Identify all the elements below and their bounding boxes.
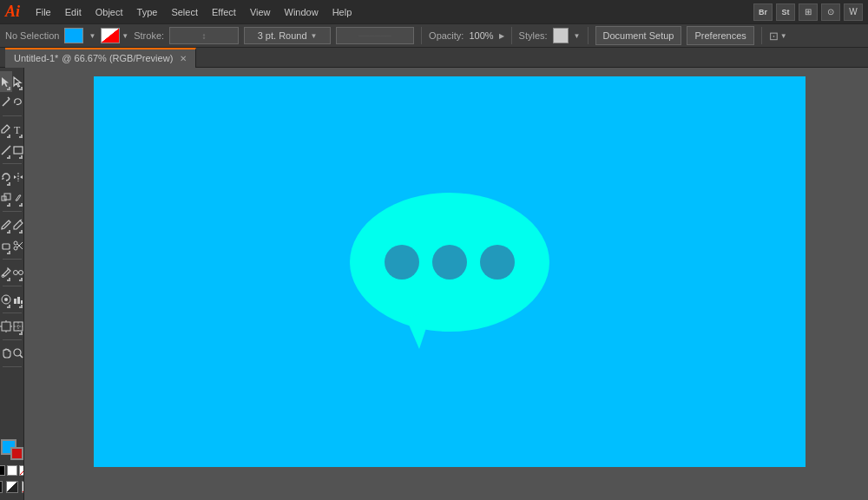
blend-tool[interactable] [12, 262, 24, 283]
line-tool[interactable] [0, 140, 12, 161]
menu-view[interactable]: View [243, 4, 278, 20]
wand-lasso-row [0, 92, 23, 113]
stroke-weight-arrow[interactable]: ▼ [311, 32, 318, 40]
symbol-tool[interactable] [0, 289, 12, 310]
symbol-arrow [7, 305, 10, 308]
brush-tools-row [0, 214, 23, 235]
stroke-weight-input[interactable]: 3 pt. Round ▼ [244, 27, 331, 44]
pen-tool[interactable] [0, 119, 12, 140]
opacity-expand[interactable]: ▶ [499, 32, 504, 40]
menu-select[interactable]: Select [164, 4, 205, 20]
type-tool[interactable]: T [12, 119, 24, 140]
menu-file[interactable]: File [29, 4, 58, 20]
active-tab[interactable]: Untitled-1* @ 66.67% (RGB/Preview) ✕ [5, 48, 196, 68]
rotate-arrow [7, 182, 10, 186]
stroke-label: Stroke: [134, 30, 164, 41]
chat-bubble-svg [337, 175, 562, 366]
direct-selection-tool[interactable] [12, 71, 24, 92]
document-setup-button[interactable]: Document Setup [595, 26, 682, 45]
hand-tool[interactable] [0, 343, 12, 364]
stroke-weight-box: ↕ [169, 27, 239, 44]
scale-tools-row [0, 188, 23, 208]
opacity-value: 100% [469, 30, 493, 41]
selection-label: No Selection [5, 30, 59, 41]
eraser-row [0, 235, 23, 256]
bridge-icon[interactable]: Br [753, 3, 773, 21]
reflect-tool[interactable] [12, 167, 24, 188]
scissors-tool[interactable] [12, 235, 24, 256]
svg-rect-25 [17, 297, 20, 304]
transform-tools-row [0, 167, 23, 188]
fill-dropdown-arrow[interactable]: ▼ [89, 32, 95, 40]
svg-point-35 [14, 349, 21, 356]
optionsbar: No Selection ▼ ▼ Stroke: ↕ 3 pt. Round ▼… [0, 23, 868, 48]
scale-arrow [7, 203, 10, 207]
menu-object[interactable]: Object [89, 4, 130, 20]
opt-separator-4 [761, 27, 762, 44]
eraser-arrow [7, 251, 10, 254]
broadcast-icon[interactable]: ⊙ [821, 3, 840, 21]
default-colors-button[interactable] [0, 465, 5, 476]
slice-tool[interactable] [12, 316, 24, 337]
menu-type[interactable]: Type [130, 4, 165, 20]
arrange-icon[interactable]: ⊡ [769, 30, 779, 43]
stroke-swatch[interactable] [10, 447, 23, 460]
scale-tool[interactable] [0, 188, 12, 208]
arrange-arrow[interactable]: ▼ [780, 32, 787, 40]
svg-marker-5 [2, 177, 4, 180]
eyedropper-tool[interactable] [0, 262, 12, 283]
tool-sep-2 [3, 163, 22, 164]
eyedropper-arrow [7, 278, 10, 281]
artboard-tool[interactable] [0, 316, 12, 337]
fill-color-swatch[interactable] [64, 28, 83, 43]
canvas-area [24, 68, 868, 500]
tab-info: @ 66.67% (RGB/Preview) [62, 53, 173, 63]
menu-edit[interactable]: Edit [58, 4, 89, 20]
rotate-tool[interactable] [0, 167, 12, 188]
menu-effect[interactable]: Effect [205, 4, 243, 20]
zoom-tool[interactable] [12, 343, 24, 364]
stroke-dropdown-arrow[interactable]: ▼ [122, 32, 128, 40]
tool-sep-7 [3, 339, 22, 340]
swap-colors-button[interactable] [7, 465, 17, 476]
pen-tools-row: T [0, 119, 23, 140]
menu-window[interactable]: Window [278, 4, 326, 20]
workspace-icon[interactable]: W [844, 3, 863, 21]
grid-icon[interactable]: ⊞ [799, 3, 818, 21]
eraser-tool[interactable] [0, 235, 12, 256]
shear-tool[interactable] [12, 188, 24, 208]
svg-rect-13 [3, 244, 10, 249]
tool-sep-6 [3, 312, 22, 313]
tabsbar: Untitled-1* @ 66.67% (RGB/Preview) ✕ [0, 48, 868, 68]
opt-separator-3 [588, 27, 589, 44]
menu-right-icons: Br St ⊞ ⊙ W [753, 3, 863, 21]
stock-icon[interactable]: St [776, 3, 795, 21]
tab-close-button[interactable]: ✕ [180, 54, 187, 63]
brush-arrow [7, 230, 10, 234]
magic-wand-tool[interactable] [0, 92, 12, 113]
line-tools-row [0, 140, 23, 161]
gradient-mode-button[interactable] [6, 481, 18, 493]
svg-point-19 [13, 271, 17, 275]
stroke-color-swatch[interactable] [101, 28, 120, 43]
rectangle-tool[interactable] [12, 140, 24, 161]
selection-tool[interactable] [0, 71, 12, 92]
styles-arrow[interactable]: ▼ [574, 32, 581, 40]
svg-point-20 [18, 271, 23, 275]
fill-mode-button[interactable] [0, 481, 3, 493]
color-reset-row [0, 465, 24, 476]
svg-point-41 [480, 245, 515, 280]
lasso-tool[interactable] [12, 92, 24, 113]
tab-title: Untitled-1* [14, 53, 58, 63]
eyedropper-row [0, 262, 23, 283]
hand-zoom-row [0, 343, 23, 364]
line-tool-arrow [7, 155, 10, 159]
tool-sep-4 [3, 259, 22, 260]
graph-tool[interactable] [12, 289, 24, 310]
tool-sep-8 [3, 366, 22, 367]
paintbrush-tool[interactable] [0, 214, 12, 235]
preferences-button[interactable]: Preferences [687, 26, 753, 45]
menu-help[interactable]: Help [326, 4, 359, 20]
styles-swatch[interactable] [553, 28, 569, 43]
pencil-tool[interactable] [12, 214, 24, 235]
